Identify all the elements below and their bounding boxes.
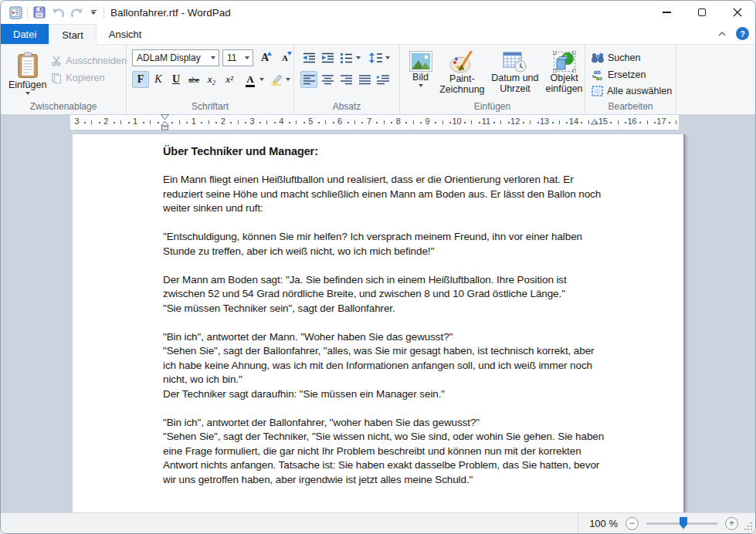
document-page[interactable]: Über Techniker und Manager:Ein Mann flie… [73, 134, 685, 514]
align-center-button[interactable] [319, 71, 336, 88]
tab-start[interactable]: Start [49, 24, 96, 45]
resize-grip[interactable] [744, 522, 753, 531]
paste-label: Einfügen [8, 79, 46, 90]
superscript-button[interactable]: x² [221, 71, 238, 88]
ruler-quarter-tick [625, 122, 626, 123]
ruler-number: 16 [627, 117, 636, 126]
bullet-list-caret[interactable] [356, 56, 361, 59]
ruler-quarter-tick [391, 122, 392, 123]
window-title: Ballonfahrer.rtf - WordPad [110, 7, 231, 19]
paragraph: "Entschuldigung, können Sie mir helfen? … [163, 230, 606, 259]
collapse-ribbon-button[interactable] [716, 28, 728, 40]
underline-button[interactable]: U [168, 71, 185, 88]
align-right-button[interactable] [337, 71, 354, 88]
align-right-icon [341, 75, 352, 85]
font-family-combobox[interactable]: ADLaM Display [132, 49, 219, 66]
insert-picture-caret [419, 84, 423, 87]
paragraph: "Bin ich", antwortet der Ballonfahrer, "… [163, 416, 606, 431]
highlight-caret[interactable] [286, 78, 290, 81]
shrink-font-button[interactable]: A [276, 49, 293, 66]
date-time-icon [503, 51, 527, 73]
ruler-quarter-tick [420, 122, 422, 123]
paint-drawing-label: Paint-Zeichnung [438, 73, 486, 95]
increase-indent-button[interactable] [319, 49, 336, 66]
line-spacing-caret[interactable] [385, 56, 390, 59]
replace-icon: abac [592, 69, 604, 80]
document-text[interactable]: Über Techniker und Manager:Ein Mann flie… [73, 134, 683, 487]
cut-button[interactable]: Ausschneiden [51, 56, 127, 66]
date-time-label: Datum und Uhrzeit [486, 73, 544, 94]
justify-button[interactable] [356, 71, 373, 88]
clipboard-icon [16, 51, 39, 79]
ruler-half-tick [150, 120, 151, 124]
ruler-number: 12 [510, 117, 520, 126]
statusbar-separator [578, 513, 578, 533]
zoom-slider-thumb[interactable] [680, 517, 687, 529]
paragraph: "Sehen Sie", sagt der Ballonfahrer, "all… [163, 344, 606, 387]
line-spacing-icon [369, 52, 382, 63]
align-left-button[interactable] [300, 71, 317, 88]
subscript-button[interactable]: x₂ [203, 71, 220, 88]
font-color-caret[interactable] [259, 78, 264, 81]
ruler-quarter-tick [479, 122, 480, 123]
paragraph: Über Techniker und Manager: [163, 144, 606, 159]
bullet-list-button[interactable] [337, 49, 354, 66]
ruler-number: 9 [425, 117, 430, 126]
minimize-button[interactable] [649, 1, 684, 24]
insert-object-label: Objekt einfügen [544, 73, 585, 94]
ruler-quarter-tick [114, 122, 115, 123]
font-size-combobox[interactable]: 11 [222, 49, 253, 66]
bold-button[interactable]: F [132, 71, 149, 88]
ruler-half-tick [530, 120, 531, 124]
svg-text:ac: ac [596, 75, 602, 81]
right-indent-marker[interactable] [591, 119, 598, 125]
font-color-button[interactable]: A [242, 71, 259, 88]
ruler-quarter-tick [639, 122, 641, 123]
grow-font-button[interactable]: A [256, 49, 273, 66]
hanging-indent-marker[interactable] [161, 121, 169, 130]
copy-label: Kopieren [66, 73, 104, 83]
paragraph-dialog-button[interactable] [375, 71, 392, 88]
undo-button[interactable] [51, 5, 65, 19]
replace-button[interactable]: abac Ersetzen [592, 69, 676, 80]
ruler-number: 15 [598, 117, 608, 126]
ruler-half-tick [120, 120, 121, 124]
paragraph-settings-icon [377, 75, 389, 85]
close-button[interactable] [720, 1, 755, 24]
redo-button[interactable] [69, 5, 83, 19]
ruler-quarter-tick [303, 122, 305, 123]
ruler-half-tick [559, 120, 560, 124]
strikethrough-button[interactable]: abe [185, 71, 202, 88]
customize-toolbar-dropdown-icon[interactable] [88, 10, 99, 15]
zoom-slider[interactable] [646, 522, 717, 525]
select-all-button[interactable]: Alle auswählen [592, 86, 676, 96]
tab-datei[interactable]: Datei [1, 24, 49, 44]
copy-button[interactable]: Kopieren [51, 73, 127, 83]
italic-button[interactable]: K [150, 71, 167, 88]
align-center-icon [322, 75, 334, 85]
ruler-half-tick [266, 120, 267, 124]
ruler-number: 3 [249, 117, 254, 126]
ruler-quarter-tick [158, 122, 159, 123]
save-button[interactable] [32, 5, 46, 19]
paragraph: "Sehen Sie", sagt der Techniker, "Sie wi… [163, 430, 606, 487]
paragraph: Der Techniker sagt daraufhin: "Sie müsse… [163, 387, 606, 402]
ruler-number: 1 [192, 117, 196, 126]
toolbar-separator [27, 6, 28, 19]
highlight-button[interactable] [268, 71, 285, 88]
tab-ansicht[interactable]: Ansicht [97, 24, 154, 44]
zoom-out-button[interactable]: − [625, 517, 639, 530]
ruler-number: 2 [103, 117, 108, 126]
ruler-number: 2 [221, 117, 225, 126]
zoom-in-button[interactable]: + [725, 517, 738, 530]
group-label: Schriftart [127, 101, 293, 112]
font-size-value: 11 [227, 52, 236, 63]
line-spacing-button[interactable] [367, 49, 384, 66]
chevron-up-icon [718, 32, 726, 36]
first-line-indent-marker[interactable] [161, 114, 169, 120]
find-button[interactable]: Suchen [592, 52, 676, 63]
maximize-button[interactable] [684, 1, 720, 24]
ruler-number: 7 [367, 117, 371, 126]
help-button[interactable]: ? [736, 27, 749, 40]
decrease-indent-button[interactable] [300, 49, 317, 66]
